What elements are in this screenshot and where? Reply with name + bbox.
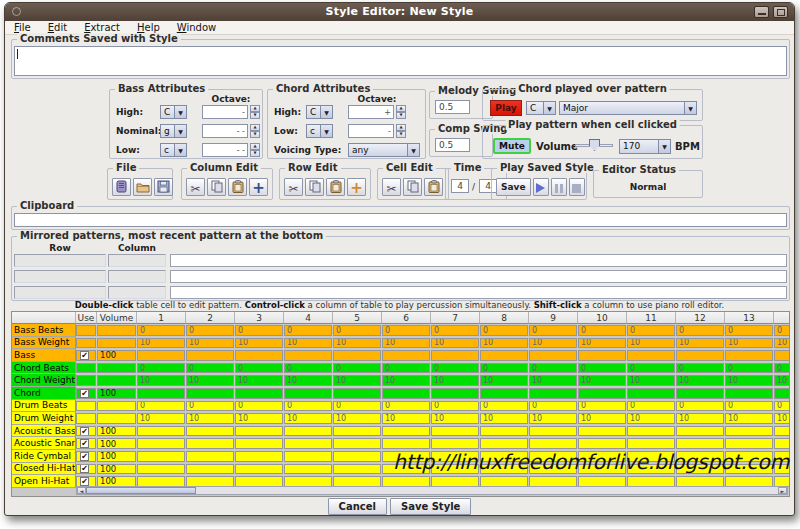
stop-button[interactable] [569,178,585,196]
pattern-cell[interactable]: 0 [578,362,627,375]
pattern-cell[interactable]: 0 [186,400,235,413]
cancel-button[interactable]: Cancel [328,498,387,515]
pattern-cell[interactable]: 10 [774,374,790,387]
volume-slider[interactable] [575,138,613,152]
volume-cell[interactable] [97,362,137,375]
pattern-cell[interactable]: 10 [333,412,382,425]
pattern-cell[interactable] [186,463,235,476]
pattern-cell[interactable] [284,437,333,450]
pattern-cell[interactable]: 10 [725,337,774,350]
pattern-cell[interactable]: 0 [333,362,382,375]
pattern-cell[interactable]: 10 [774,412,790,425]
pattern-cell[interactable] [186,387,235,400]
new-style-button[interactable] [112,178,131,196]
pattern-cell[interactable]: 10 [284,337,333,350]
use-checkbox[interactable]: ✔ [80,452,89,461]
chord-root-select[interactable]: C▼ [526,101,556,115]
pattern-cell[interactable]: 0 [725,324,774,337]
add-row-button[interactable]: + [347,178,366,196]
use-checkbox[interactable]: ✔ [80,351,89,360]
use-checkbox[interactable]: ✔ [80,477,89,486]
maximize-button[interactable] [773,6,788,18]
chord-quality-select[interactable]: Major▼ [559,101,697,115]
pattern-cell[interactable] [529,437,578,450]
pattern-cell[interactable]: 10 [235,374,284,387]
volume-cell[interactable]: 100 [97,450,137,463]
pattern-cell[interactable] [774,437,790,450]
pattern-cell[interactable]: 10 [235,337,284,350]
bass-nominal-octave-field[interactable]: - - [202,124,248,138]
pattern-cell[interactable]: 0 [333,400,382,413]
pattern-cell[interactable]: 0 [774,324,790,337]
pattern-cell[interactable] [774,349,790,362]
pattern-cell[interactable]: 0 [137,400,186,413]
pattern-cell[interactable] [333,437,382,450]
use-cell[interactable]: ✔ [76,387,97,400]
pattern-cell[interactable]: 0 [431,324,480,337]
pattern-cell[interactable]: 0 [235,324,284,337]
column-header-7[interactable]: 7 [431,312,480,324]
pattern-cell[interactable] [676,349,725,362]
pattern-cell[interactable]: 0 [529,324,578,337]
pattern-cell[interactable] [627,425,676,438]
pattern-cell[interactable] [333,450,382,463]
use-cell[interactable]: ✔ [76,450,97,463]
pattern-cell[interactable]: 0 [578,400,627,413]
bass-nominal-octave-spinner[interactable]: ▲▼ [250,124,260,138]
pattern-cell[interactable]: 0 [529,400,578,413]
mirrored-pattern-field[interactable] [170,270,787,283]
use-checkbox[interactable]: ✔ [80,427,89,436]
pattern-cell[interactable]: 10 [480,374,529,387]
pattern-cell[interactable]: 10 [382,337,431,350]
chord-high-octave-field[interactable]: + [348,105,394,119]
voicing-type-select[interactable]: any▼ [348,143,420,157]
cut-button[interactable]: ✂ [284,178,303,196]
volume-cell[interactable] [97,412,137,425]
pattern-cell[interactable] [431,387,480,400]
pattern-cell[interactable]: 0 [627,362,676,375]
bass-low-select[interactable]: c▼ [160,143,187,157]
pattern-cell[interactable]: 10 [333,374,382,387]
menu-item-file[interactable]: File [14,22,31,33]
pattern-cell[interactable]: 10 [529,374,578,387]
pattern-cell[interactable]: 10 [186,412,235,425]
pattern-cell[interactable]: 10 [725,412,774,425]
pattern-cell[interactable]: 10 [235,412,284,425]
volume-cell[interactable]: 100 [97,349,137,362]
pattern-cell[interactable] [431,425,480,438]
pattern-cell[interactable] [333,349,382,362]
pattern-cell[interactable]: 10 [676,337,725,350]
paste-button[interactable] [424,178,443,196]
pattern-cell[interactable] [529,349,578,362]
pattern-cell[interactable]: 0 [186,362,235,375]
pattern-cell[interactable] [284,387,333,400]
pattern-cell[interactable]: 10 [627,412,676,425]
pattern-cell[interactable]: 0 [186,324,235,337]
bpm-select[interactable]: 170▼ [619,139,671,154]
pattern-cell[interactable] [186,437,235,450]
column-header-4[interactable]: 4 [284,312,333,324]
mirrored-column-cell[interactable] [108,254,166,267]
horizontal-scrollbar[interactable]: ◄ ► [76,486,788,495]
clipboard-field[interactable] [14,213,787,227]
column-header-9[interactable]: 9 [529,312,578,324]
pattern-cell[interactable]: 0 [480,324,529,337]
pattern-cell[interactable] [333,425,382,438]
pattern-cell[interactable]: 0 [382,400,431,413]
column-header-volume[interactable]: Volume [97,312,137,324]
pattern-cell[interactable]: 0 [627,324,676,337]
bass-high-octave-spinner[interactable]: ▲▼ [250,105,260,119]
bass-nominal-select[interactable]: g▼ [160,124,187,138]
mute-button[interactable]: Mute [493,138,531,154]
chord-high-select[interactable]: C▼ [306,105,333,119]
pattern-cell[interactable]: 10 [382,412,431,425]
cut-button[interactable]: ✂ [186,178,205,196]
pattern-cell[interactable]: 10 [529,412,578,425]
pattern-cell[interactable] [284,450,333,463]
pattern-cell[interactable] [137,450,186,463]
pattern-cell[interactable]: 10 [480,412,529,425]
use-checkbox[interactable]: ✔ [80,464,89,473]
pattern-cell[interactable] [137,349,186,362]
pattern-cell[interactable] [235,437,284,450]
volume-cell[interactable]: 100 [97,387,137,400]
